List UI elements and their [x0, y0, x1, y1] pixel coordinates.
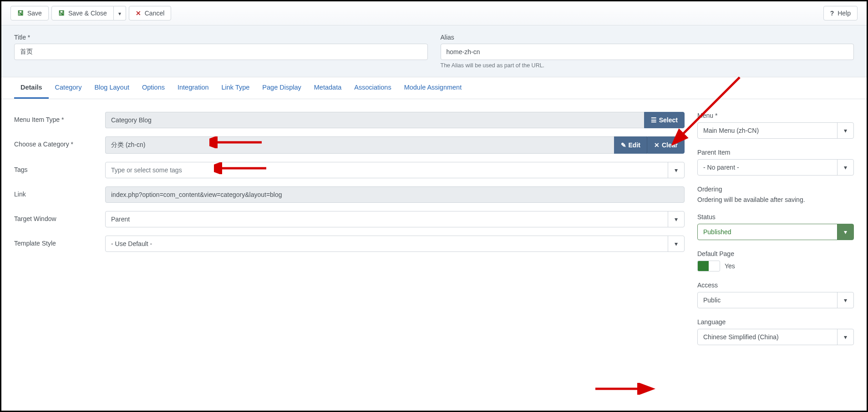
help-icon: ?	[830, 10, 834, 17]
tabs: Details Category Blog Layout Options Int…	[1, 77, 867, 99]
link-value: index.php?option=com_content&view=catego…	[105, 186, 685, 203]
annotation-arrow-icon	[592, 383, 655, 395]
title-label: Title *	[14, 34, 428, 41]
chevron-down-icon: ▾	[837, 292, 853, 308]
language-label: Language	[697, 318, 854, 326]
chevron-down-icon: ▾	[668, 211, 684, 227]
default-page-value: Yes	[725, 262, 735, 270]
toolbar-right: ? Help	[823, 6, 858, 20]
edit-button[interactable]: ✎ Edit	[614, 136, 647, 154]
tab-link-type[interactable]: Link Type	[215, 77, 256, 99]
save-icon: 🖫	[58, 10, 65, 17]
tab-integration[interactable]: Integration	[171, 77, 215, 99]
template-select[interactable]: - Use Default - ▾	[105, 236, 685, 252]
chevron-down-icon	[118, 10, 121, 17]
status-value: Published	[703, 228, 731, 236]
title-input[interactable]	[14, 44, 428, 60]
tab-associations[interactable]: Associations	[348, 77, 397, 99]
menu-label: Menu *	[697, 112, 854, 119]
tab-options[interactable]: Options	[136, 77, 171, 99]
save-close-group: 🖫 Save & Close	[51, 6, 126, 20]
save-label: Save	[27, 10, 42, 17]
language-value: Chinese Simplified (China)	[703, 333, 779, 341]
menu-value: Main Menu (zh-CN)	[703, 127, 759, 134]
ordering-text: Ordering will be available after saving.	[697, 196, 854, 203]
chevron-down-icon: ▾	[837, 160, 853, 175]
menu-select[interactable]: Main Menu (zh-CN) ▾	[697, 122, 854, 139]
menu-item-type-label: Menu Item Type *	[14, 112, 105, 123]
toggle-handle	[698, 261, 709, 271]
select-label: Select	[659, 116, 678, 124]
alias-help: The Alias will be used as part of the UR…	[441, 62, 854, 69]
save-icon: 🖫	[17, 10, 24, 17]
chevron-down-icon: ▾	[668, 162, 684, 178]
clear-icon: ✕	[654, 141, 660, 149]
tab-metadata[interactable]: Metadata	[308, 77, 348, 99]
target-value: Parent	[111, 216, 130, 223]
tab-details[interactable]: Details	[14, 77, 49, 99]
template-label: Template Style	[14, 236, 105, 247]
save-dropdown-button[interactable]	[114, 6, 126, 20]
save-close-button[interactable]: 🖫 Save & Close	[51, 6, 114, 20]
default-page-toggle[interactable]	[697, 261, 720, 271]
menu-item-type-value: Category Blog	[105, 112, 644, 128]
save-button[interactable]: 🖫 Save	[10, 6, 49, 20]
sidebar: Menu * Main Menu (zh-CN) ▾ Parent Item -…	[697, 112, 854, 355]
status-label: Status	[697, 213, 854, 221]
parent-label: Parent Item	[697, 149, 854, 156]
category-label: Choose a Category *	[14, 136, 105, 148]
chevron-down-icon: ▾	[668, 236, 684, 251]
tab-page-display[interactable]: Page Display	[256, 77, 307, 99]
access-label: Access	[697, 281, 854, 289]
chevron-down-icon: ▾	[837, 329, 853, 345]
edit-label: Edit	[629, 141, 640, 149]
header-section: Title * Alias The Alias will be used as …	[1, 25, 867, 77]
tab-blog-layout[interactable]: Blog Layout	[88, 77, 136, 99]
help-label: Help	[838, 10, 851, 17]
clear-button[interactable]: ✕ Clear	[647, 136, 685, 154]
target-select[interactable]: Parent ▾	[105, 211, 685, 227]
cancel-label: Cancel	[145, 10, 165, 17]
save-close-label: Save & Close	[68, 10, 107, 17]
access-select[interactable]: Public ▾	[697, 292, 854, 308]
alias-label: Alias	[441, 34, 854, 41]
tab-category[interactable]: Category	[49, 77, 88, 99]
select-button[interactable]: ☰ Select	[644, 112, 685, 128]
main: Menu Item Type * Category Blog ☰ Select …	[1, 99, 867, 368]
help-button[interactable]: ? Help	[823, 6, 858, 20]
parent-value: - No parent -	[703, 164, 739, 171]
tab-module-assignment[interactable]: Module Assignment	[398, 77, 468, 99]
category-value: 分类 (zh-cn)	[105, 136, 614, 154]
alias-input[interactable]	[441, 44, 854, 60]
cancel-icon: ✕	[136, 10, 141, 17]
clear-label: Clear	[662, 141, 678, 149]
category-group: 分类 (zh-cn) ✎ Edit ✕ Clear	[105, 136, 685, 154]
list-icon: ☰	[651, 116, 657, 124]
default-page-label: Default Page	[697, 250, 854, 257]
toolbar: 🖫 Save 🖫 Save & Close ✕ Cancel ? Help	[1, 1, 867, 25]
target-label: Target Window	[14, 211, 105, 222]
link-label: Link	[14, 186, 105, 198]
access-value: Public	[703, 296, 721, 304]
language-select[interactable]: Chinese Simplified (China) ▾	[697, 329, 854, 345]
ordering-label: Ordering	[697, 186, 854, 193]
tags-input[interactable]: Type or select some tags ▾	[105, 162, 685, 178]
cancel-button[interactable]: ✕ Cancel	[129, 6, 172, 20]
parent-select[interactable]: - No parent - ▾	[697, 159, 854, 176]
toolbar-left: 🖫 Save 🖫 Save & Close ✕ Cancel	[10, 6, 171, 20]
main-left: Menu Item Type * Category Blog ☰ Select …	[14, 112, 685, 355]
pencil-icon: ✎	[621, 141, 626, 149]
template-value: - Use Default -	[111, 240, 152, 247]
status-select[interactable]: Published ▾	[697, 224, 854, 240]
tags-label: Tags	[14, 162, 105, 173]
chevron-down-icon: ▾	[837, 224, 853, 240]
menu-item-type-group: Category Blog ☰ Select	[105, 112, 685, 128]
tags-placeholder: Type or select some tags	[106, 162, 668, 178]
chevron-down-icon: ▾	[837, 123, 853, 138]
